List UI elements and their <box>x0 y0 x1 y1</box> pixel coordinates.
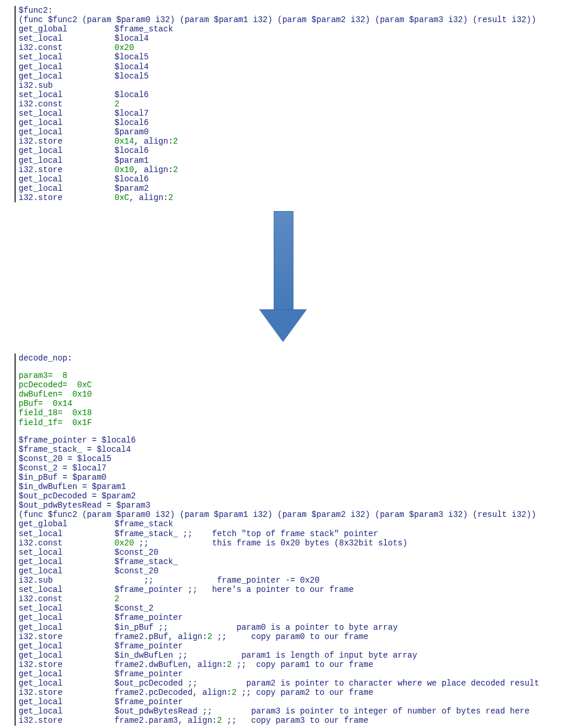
code-line: get_local$frame_pointer <box>19 669 560 679</box>
code-line: i32.const2 <box>19 99 560 109</box>
code-line: get_local$frame_pointer <box>19 613 560 622</box>
code-line: get_local$const_20 <box>19 566 560 576</box>
code-line: i32.const0x20 ;; this frame is 0x20 byte… <box>19 538 560 548</box>
code-line: i32.store0xC, align:2 <box>19 193 560 202</box>
top-code-block: $func2: (func $func2 (param $param0 i32)… <box>15 6 560 202</box>
code-line: get_local$frame_stack_ <box>19 557 560 566</box>
code-line: get_local$out_pcDecoded ;; param2 is poi… <box>19 679 560 688</box>
var-def: field_18= 0x18 <box>19 408 560 417</box>
code-line: get_local$local5 <box>19 72 560 81</box>
code-line: i32.store0x14, align:2 <box>19 137 560 146</box>
assign-line: $in_pBuf = $param0 <box>19 473 560 482</box>
var-def: pcDecoded= 0xC <box>19 380 560 390</box>
func-label: $func2: <box>19 6 560 15</box>
code-line: i32.storeframe2.param3, align:2 ;; copy … <box>19 716 560 725</box>
code-line: get_local$param0 <box>19 127 560 137</box>
code-line: set_local$frame_pointer ;; here's a poin… <box>19 585 560 594</box>
bottom-code-block: decode_nop: param3= 8pcDecoded= 0xCdwBuf… <box>15 354 560 726</box>
code-line: get_global$frame_stack <box>19 519 560 529</box>
arrow-down-icon <box>6 211 560 345</box>
code-line: set_local$local7 <box>19 109 560 118</box>
decoded-label: decode_nop: <box>19 354 560 363</box>
code-line: get_local$in_dwBufLen ;; param1 is lengt… <box>19 651 560 660</box>
assign-line: $out_pcDecoded = $param2 <box>19 491 560 501</box>
code-line: get_global$frame_stack <box>19 24 560 34</box>
assign-line: $frame_pointer = $local6 <box>19 436 560 445</box>
code-line: i32.storeframe2.dwBufLen, align:2 ;; cop… <box>19 660 560 669</box>
assign-line: $const_2 = $local7 <box>19 463 560 473</box>
code-line: set_local$const_20 <box>19 548 560 557</box>
code-line: i32.storeframe2.pcDecoded, align:2 ;; co… <box>19 688 560 697</box>
code-line: i32.store0x10, align:2 <box>19 165 560 174</box>
code-line: i32.const2 <box>19 594 560 604</box>
code-line: get_local$frame_pointer <box>19 697 560 706</box>
code-line: set_local$local5 <box>19 52 560 62</box>
code-line: get_local$out_pdwBytesRead ;; param3 is … <box>19 706 560 716</box>
func-signature-bottom: (func $func2 (param $param0 i32) (param … <box>19 510 560 519</box>
code-line: get_local$in_pBuf ;; param0 is a pointer… <box>19 623 560 632</box>
code-line: get_local$local6 <box>19 174 560 184</box>
code-line: get_local$local6 <box>19 146 560 155</box>
code-line: i32.storeframe2.pBuf, align:2 ;; copy pa… <box>19 632 560 641</box>
code-line: i32.sub ;; frame_pointer -= 0x20 <box>19 576 560 585</box>
var-def: param3= 8 <box>19 371 560 380</box>
code-line: set_local$local6 <box>19 90 560 99</box>
code-line: set_local$local4 <box>19 34 560 43</box>
func-signature: (func $func2 (param $param0 i32) (param … <box>19 15 560 24</box>
assign-line: $const_20 = $local5 <box>19 454 560 463</box>
assign-line: $frame_stack_ = $local4 <box>19 445 560 454</box>
var-def: field_1f= 0x1F <box>19 418 560 427</box>
var-def: dwBufLen= 0x10 <box>19 390 560 399</box>
code-line: i32.const0x20 <box>19 43 560 52</box>
code-line: i32.sub <box>19 81 560 90</box>
code-line: get_local$frame_pointer <box>19 641 560 651</box>
code-line: get_local$local6 <box>19 118 560 127</box>
code-line: set_local$const_2 <box>19 604 560 613</box>
code-line: get_local$param1 <box>19 156 560 165</box>
var-def: pBuf= 0x14 <box>19 399 560 408</box>
assign-line: $out_pdwBytesRead = $param3 <box>19 501 560 510</box>
code-line: get_local$local4 <box>19 62 560 72</box>
code-line: get_local$param2 <box>19 184 560 193</box>
assign-line: $in_dwBufLen = $param1 <box>19 482 560 491</box>
code-line: set_local$frame_stack_ ;; fetch "top of … <box>19 529 560 538</box>
